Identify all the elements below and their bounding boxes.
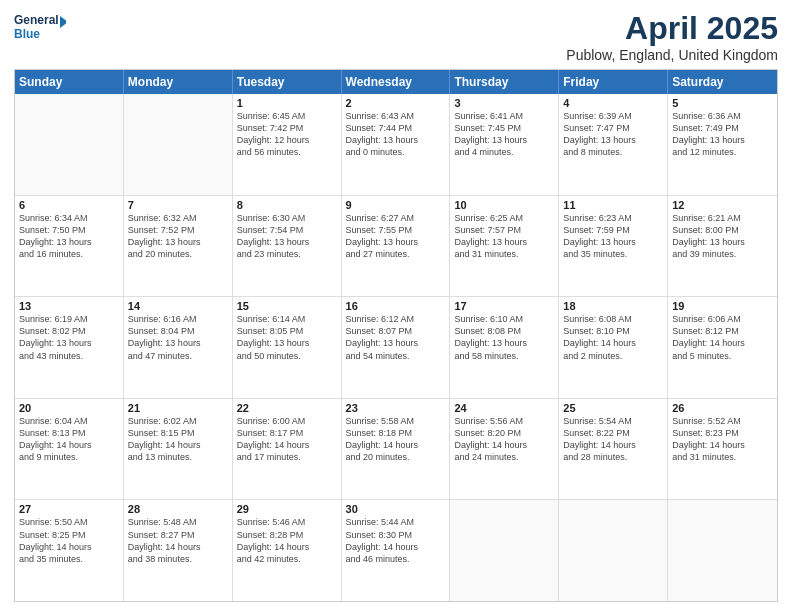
cell-text-line: Daylight: 14 hours [672, 337, 773, 349]
cell-text-line: and 5 minutes. [672, 350, 773, 362]
cell-text-line: Sunrise: 6:02 AM [128, 415, 228, 427]
cell-text-line: and 54 minutes. [346, 350, 446, 362]
cell-text-line: and 24 minutes. [454, 451, 554, 463]
calendar-day-cell: 27Sunrise: 5:50 AMSunset: 8:25 PMDayligh… [15, 500, 124, 601]
cell-text-line: and 56 minutes. [237, 146, 337, 158]
day-number: 10 [454, 199, 554, 211]
calendar-week-row: 6Sunrise: 6:34 AMSunset: 7:50 PMDaylight… [15, 196, 777, 298]
calendar-day-cell: 8Sunrise: 6:30 AMSunset: 7:54 PMDaylight… [233, 196, 342, 297]
cell-text-line: Daylight: 13 hours [454, 236, 554, 248]
calendar-week-row: 13Sunrise: 6:19 AMSunset: 8:02 PMDayligh… [15, 297, 777, 399]
calendar-day-cell: 30Sunrise: 5:44 AMSunset: 8:30 PMDayligh… [342, 500, 451, 601]
cell-text-line: and 4 minutes. [454, 146, 554, 158]
cell-text-line: Sunrise: 6:04 AM [19, 415, 119, 427]
calendar-day-cell: 25Sunrise: 5:54 AMSunset: 8:22 PMDayligh… [559, 399, 668, 500]
calendar-empty-cell [450, 500, 559, 601]
calendar-week-row: 1Sunrise: 6:45 AMSunset: 7:42 PMDaylight… [15, 94, 777, 196]
cell-text-line: Sunset: 7:42 PM [237, 122, 337, 134]
cell-text-line: Sunset: 8:30 PM [346, 529, 446, 541]
cell-text-line: Sunset: 7:57 PM [454, 224, 554, 236]
day-number: 28 [128, 503, 228, 515]
calendar-header-cell: Tuesday [233, 70, 342, 94]
cell-text-line: Sunset: 8:23 PM [672, 427, 773, 439]
cell-text-line: Sunset: 8:05 PM [237, 325, 337, 337]
cell-text-line: Daylight: 13 hours [19, 236, 119, 248]
cell-text-line: Daylight: 14 hours [346, 439, 446, 451]
cell-text-line: and 38 minutes. [128, 553, 228, 565]
cell-text-line: Sunset: 7:49 PM [672, 122, 773, 134]
cell-text-line: Daylight: 14 hours [128, 439, 228, 451]
cell-text-line: Daylight: 13 hours [454, 337, 554, 349]
cell-text-line: Sunrise: 5:56 AM [454, 415, 554, 427]
svg-marker-2 [60, 16, 66, 28]
cell-text-line: and 20 minutes. [128, 248, 228, 260]
cell-text-line: Sunrise: 6:43 AM [346, 110, 446, 122]
calendar-day-cell: 20Sunrise: 6:04 AMSunset: 8:13 PMDayligh… [15, 399, 124, 500]
cell-text-line: Daylight: 14 hours [563, 439, 663, 451]
calendar-day-cell: 5Sunrise: 6:36 AMSunset: 7:49 PMDaylight… [668, 94, 777, 195]
cell-text-line: and 27 minutes. [346, 248, 446, 260]
cell-text-line: Sunset: 8:17 PM [237, 427, 337, 439]
day-number: 5 [672, 97, 773, 109]
calendar-day-cell: 13Sunrise: 6:19 AMSunset: 8:02 PMDayligh… [15, 297, 124, 398]
day-number: 13 [19, 300, 119, 312]
calendar-header-cell: Monday [124, 70, 233, 94]
calendar-empty-cell [124, 94, 233, 195]
cell-text-line: Sunrise: 6:34 AM [19, 212, 119, 224]
svg-text:General: General [14, 13, 59, 27]
day-number: 23 [346, 402, 446, 414]
day-number: 3 [454, 97, 554, 109]
cell-text-line: Daylight: 14 hours [128, 541, 228, 553]
cell-text-line: Sunset: 7:50 PM [19, 224, 119, 236]
day-number: 18 [563, 300, 663, 312]
cell-text-line: Sunset: 7:59 PM [563, 224, 663, 236]
calendar-empty-cell [559, 500, 668, 601]
cell-text-line: and 8 minutes. [563, 146, 663, 158]
cell-text-line: and 47 minutes. [128, 350, 228, 362]
day-number: 14 [128, 300, 228, 312]
cell-text-line: Sunrise: 5:54 AM [563, 415, 663, 427]
cell-text-line: Daylight: 13 hours [563, 134, 663, 146]
cell-text-line: Sunrise: 6:10 AM [454, 313, 554, 325]
calendar-day-cell: 3Sunrise: 6:41 AMSunset: 7:45 PMDaylight… [450, 94, 559, 195]
cell-text-line: Daylight: 13 hours [346, 134, 446, 146]
calendar-day-cell: 10Sunrise: 6:25 AMSunset: 7:57 PMDayligh… [450, 196, 559, 297]
cell-text-line: and 13 minutes. [128, 451, 228, 463]
cell-text-line: Sunset: 8:04 PM [128, 325, 228, 337]
cell-text-line: Sunrise: 6:39 AM [563, 110, 663, 122]
cell-text-line: Sunrise: 6:12 AM [346, 313, 446, 325]
cell-text-line: Daylight: 13 hours [672, 236, 773, 248]
cell-text-line: and 23 minutes. [237, 248, 337, 260]
calendar-empty-cell [15, 94, 124, 195]
cell-text-line: and 28 minutes. [563, 451, 663, 463]
page-header: General Blue April 2025 Publow, England,… [14, 10, 778, 63]
cell-text-line: Sunset: 7:54 PM [237, 224, 337, 236]
calendar-header-cell: Sunday [15, 70, 124, 94]
calendar-day-cell: 26Sunrise: 5:52 AMSunset: 8:23 PMDayligh… [668, 399, 777, 500]
calendar-header-cell: Friday [559, 70, 668, 94]
cell-text-line: Sunrise: 5:50 AM [19, 516, 119, 528]
cell-text-line: Daylight: 14 hours [346, 541, 446, 553]
day-number: 8 [237, 199, 337, 211]
calendar-day-cell: 18Sunrise: 6:08 AMSunset: 8:10 PMDayligh… [559, 297, 668, 398]
day-number: 29 [237, 503, 337, 515]
calendar-empty-cell [668, 500, 777, 601]
cell-text-line: Sunset: 7:47 PM [563, 122, 663, 134]
cell-text-line: Daylight: 13 hours [128, 337, 228, 349]
day-number: 6 [19, 199, 119, 211]
cell-text-line: Sunset: 8:00 PM [672, 224, 773, 236]
cell-text-line: Sunrise: 6:25 AM [454, 212, 554, 224]
day-number: 15 [237, 300, 337, 312]
cell-text-line: Sunrise: 6:08 AM [563, 313, 663, 325]
cell-text-line: Daylight: 13 hours [128, 236, 228, 248]
cell-text-line: Sunset: 8:20 PM [454, 427, 554, 439]
calendar-week-row: 20Sunrise: 6:04 AMSunset: 8:13 PMDayligh… [15, 399, 777, 501]
cell-text-line: Sunset: 7:52 PM [128, 224, 228, 236]
cell-text-line: Sunset: 7:45 PM [454, 122, 554, 134]
cell-text-line: Sunset: 8:18 PM [346, 427, 446, 439]
cell-text-line: Sunset: 8:15 PM [128, 427, 228, 439]
day-number: 20 [19, 402, 119, 414]
day-number: 25 [563, 402, 663, 414]
day-number: 22 [237, 402, 337, 414]
cell-text-line: Sunrise: 6:41 AM [454, 110, 554, 122]
